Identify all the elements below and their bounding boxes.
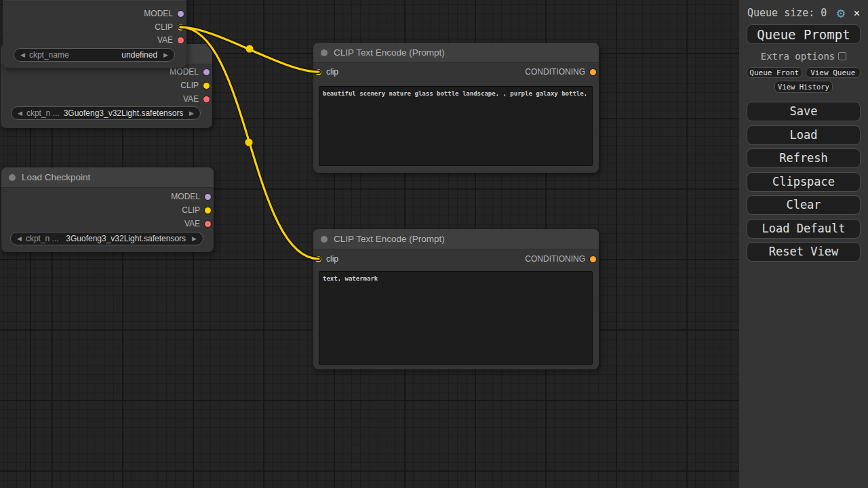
vae-port-dot[interactable] [203,96,210,102]
clip-port-dot[interactable] [315,256,321,262]
node-title-bar[interactable]: CLIP Text Encode (Prompt) [313,229,599,249]
vae-output-label: VAE [157,35,173,45]
extra-options-label: Extra options [761,51,835,62]
conditioning-output-port[interactable]: CONDITIONING [525,253,596,264]
node-graph-canvas[interactable]: Load Checkpoint MODEL CLIP VAE ◀ ckpt_n … [0,0,868,488]
model-output-port[interactable]: MODEL [144,8,184,19]
vae-port-dot[interactable] [205,221,211,227]
conditioning-port-dot[interactable] [590,69,596,75]
node-title-text: Load Checkpoint [22,172,90,182]
node-title-text: CLIP Text Encode (Prompt) [334,47,445,58]
negative-prompt-textarea[interactable]: text, watermark [319,271,593,365]
clip-port-dot[interactable] [203,83,210,89]
widget-right-arrow-icon[interactable]: ▶ [163,52,168,58]
clip-text-encode-negative-node[interactable]: CLIP Text Encode (Prompt) clip CONDITION… [313,229,599,369]
conditioning-output-label: CONDITIONING [525,67,585,77]
view-queue-button[interactable]: View Queue [806,67,861,78]
clip-input-port[interactable]: clip [315,66,338,77]
refresh-button[interactable]: Refresh [747,148,861,168]
widget-left-arrow-icon[interactable]: ◀ [18,110,22,117]
clip-port-dot[interactable] [205,207,211,214]
model-output-port[interactable]: MODEL [170,66,210,77]
clipspace-button[interactable]: Clipspace [747,172,861,192]
widget-right-arrow-icon[interactable]: ▶ [192,236,197,242]
vae-output-port[interactable]: VAE [183,94,210,104]
clip-input-port[interactable]: clip [315,253,338,264]
node-title-bar[interactable]: CLIP Text Encode (Prompt) [313,43,599,63]
menu-button-list: Save Load Refresh Clipspace Clear Load D… [747,102,861,262]
vae-output-label: VAE [184,219,200,228]
extra-options-checkbox[interactable] [838,52,846,60]
comfyui-menu-panel: Queue size: 0 ⚙ ✕ Queue Prompt Extra opt… [739,0,868,488]
vae-output-port[interactable]: VAE [184,218,211,229]
conditioning-output-label: CONDITIONING [525,254,585,264]
model-port-dot[interactable] [205,194,211,200]
node-title-bar[interactable]: Load Checkpoint [1,167,214,188]
model-output-label: MODEL [171,192,200,201]
load-checkpoint-node-top[interactable]: MODEL CLIP VAE ◀ ckpt_name undefined ▶ [3,0,186,68]
widget-label: ckpt_n ... [26,108,60,118]
clip-output-label: CLIP [155,22,173,32]
menu-header[interactable]: Queue size: 0 ⚙ ✕ [739,0,868,19]
view-history-button[interactable]: View History [774,81,833,93]
vae-output-label: VAE [183,94,199,104]
vae-port-dot[interactable] [178,37,184,43]
clip-output-port[interactable]: CLIP [182,205,211,216]
load-button[interactable]: Load [747,125,861,145]
conditioning-output-port[interactable]: CONDITIONING [525,66,596,77]
clip-port-dot[interactable] [315,69,321,75]
extra-options-row: Extra options [739,51,868,62]
queue-prompt-button[interactable]: Queue Prompt [747,24,861,44]
node-title-bar[interactable] [3,0,186,1]
clip-text-encode-positive-node[interactable]: CLIP Text Encode (Prompt) clip CONDITION… [313,43,599,173]
node-title-text: CLIP Text Encode (Prompt) [334,234,445,244]
close-icon[interactable]: ✕ [854,7,860,19]
collapse-dot-icon[interactable] [321,49,328,56]
ckpt-name-widget[interactable]: ◀ ckpt_n ... 3Guofeng3_v32Light.safetens… [11,106,201,120]
widget-value: 3Guofeng3_v32Light.safetensors [64,108,183,118]
queue-front-button[interactable]: Queue Front [747,67,802,78]
widget-left-arrow-icon[interactable]: ◀ [20,52,25,58]
collapse-dot-icon[interactable] [9,174,16,181]
model-output-label: MODEL [170,67,199,77]
clip-output-port[interactable]: CLIP [155,22,184,33]
ckpt-name-widget[interactable]: ◀ ckpt_n ... 3Guofeng3_v32Light.safetens… [10,232,203,245]
clip-port-dot[interactable] [178,24,184,30]
load-checkpoint-node[interactable]: Load Checkpoint MODEL CLIP VAE ◀ ckpt_n … [1,167,214,252]
clip-output-label: CLIP [182,205,200,215]
conditioning-port-dot[interactable] [590,256,596,262]
model-port-dot[interactable] [203,69,210,75]
widget-label: ckpt_name [29,50,69,60]
clip-input-label: clip [326,254,338,264]
settings-gear-icon[interactable]: ⚙ [837,7,845,19]
vae-output-port[interactable]: VAE [157,35,184,45]
save-button[interactable]: Save [747,102,861,121]
ckpt-name-widget[interactable]: ◀ ckpt_name undefined ▶ [14,48,175,62]
clip-input-label: clip [326,67,338,77]
queue-size-label: Queue size: 0 [747,7,837,19]
widget-right-arrow-icon[interactable]: ▶ [189,110,194,117]
wire-midpoint-dot[interactable] [245,139,253,146]
clear-button[interactable]: Clear [747,195,861,215]
model-output-port[interactable]: MODEL [171,191,211,202]
positive-prompt-textarea[interactable]: beautiful scenery nature glass bottle la… [319,86,593,166]
queue-actions-row: Queue Front View Queue [747,67,861,78]
model-port-dot[interactable] [178,11,184,17]
clip-output-port[interactable]: CLIP [180,80,210,91]
widget-value: 3Guofeng3_v32Light.safetensors [63,234,186,243]
model-output-label: MODEL [144,9,173,18]
reset-view-button[interactable]: Reset View [747,242,861,262]
widget-value: undefined [73,50,157,60]
wire-midpoint-dot[interactable] [246,45,254,53]
clip-output-label: CLIP [180,81,199,90]
widget-left-arrow-icon[interactable]: ◀ [17,236,22,242]
collapse-dot-icon[interactable] [321,236,328,243]
widget-label: ckpt_n ... [26,234,59,243]
load-default-button[interactable]: Load Default [747,219,861,239]
